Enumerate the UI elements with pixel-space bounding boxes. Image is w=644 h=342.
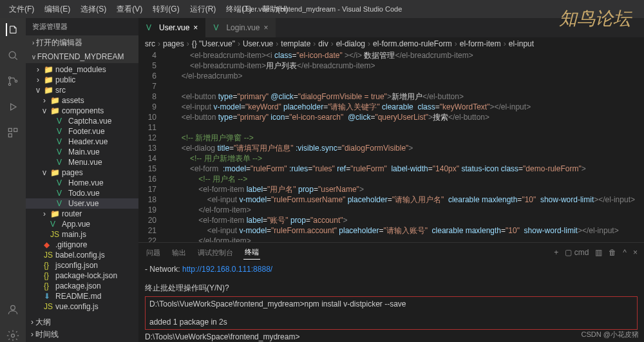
svg-point-0 [9,52,15,58]
bottom-panel: 问题输出调试控制台终端 + ▢ cmd ▥ 🗑 ^ × - Network: h… [138,242,644,342]
breadcrumb-item[interactable]: template [281,39,310,48]
menu-select[interactable]: 选择(S) [77,3,110,16]
panel-tab[interactable]: 终端 [243,245,260,260]
debug-icon[interactable] [6,100,19,113]
tree-item[interactable]: ⬇README.md [26,291,138,301]
svg-rect-6 [8,134,12,137]
tree-item[interactable]: VCaptcha.vue [26,116,138,126]
timeline-section[interactable]: › 时间线 [31,328,133,341]
tree-item[interactable]: VHome.vue [26,178,138,188]
breadcrumb-item[interactable]: el-form-item [460,39,501,48]
breadcrumb[interactable]: src›pages›{} "User.vue"›User.vue›templat… [138,37,644,50]
menu-goto[interactable]: 转到(G) [149,3,183,16]
menu-view[interactable]: 查看(V) [113,3,146,16]
tree-item[interactable]: {}jsconfig.json [26,260,138,271]
svg-point-2 [8,83,10,85]
tree-item[interactable]: {}package.json [26,281,138,291]
window-title: User.vue - frontend_mydream - Visual Stu… [238,4,406,14]
breadcrumb-item[interactable]: src [145,39,155,48]
explorer-icon[interactable] [6,23,19,36]
account-icon[interactable] [6,303,19,316]
terminal-shell[interactable]: ▢ cmd [565,248,589,257]
tree-item[interactable]: {}package-lock.json [26,271,138,281]
sidebar-bottom: › 大纲 › 时间线 [26,315,138,342]
code-editor[interactable]: 4 <el-breadcrumb-item><i class="el-icon-… [138,50,644,242]
tree-item[interactable]: ›📁assets [26,95,138,106]
project-header[interactable]: v FRONTEND_MYDREAM [26,50,138,63]
breadcrumb-item[interactable]: el-dialog [336,39,365,48]
tree-item[interactable]: ›📁public [26,75,138,85]
tree-item[interactable]: v📁components [26,106,138,116]
tree-item[interactable]: VFooter.vue [26,126,138,137]
sidebar-title: 资源管理器 [26,18,138,35]
file-tree: ›📁node_modules›📁publicv📁src›📁assetsv📁com… [26,63,138,313]
close-tab-icon[interactable]: × [193,23,198,32]
panel-tabs: 问题输出调试控制台终端 + ▢ cmd ▥ 🗑 ^ × [138,243,644,262]
highlighted-command: D:\Tools\VueWorkSpace\frontend_mydream>n… [145,296,638,330]
menu-run[interactable]: 运行(R) [186,3,220,16]
breadcrumb-item[interactable]: el-form.demo-ruleForm [373,39,452,48]
split-terminal-icon[interactable]: ▥ [595,248,602,257]
gear-icon[interactable] [6,329,19,342]
tree-item[interactable]: VMain.vue [26,147,138,157]
tree-item[interactable]: ›📁router [26,209,138,219]
sidebar: 资源管理器 › 打开的编辑器 v FRONTEND_MYDREAM ›📁node… [26,18,138,342]
open-editors-header[interactable]: › 打开的编辑器 [26,35,138,50]
editor-tab[interactable]: V User.vue × [138,18,205,37]
tree-item[interactable]: ◆.gitignore [26,240,138,250]
close-panel-icon[interactable]: × [633,248,638,257]
menubar: 文件(F) 编辑(E) 选择(S) 查看(V) 转到(G) 运行(R) 终端(T… [0,0,644,18]
breadcrumb-item[interactable]: pages [163,39,184,48]
kill-terminal-icon[interactable]: 🗑 [609,248,616,257]
tree-item[interactable]: JSbabel.config.js [26,250,138,260]
close-tab-icon[interactable]: × [263,23,268,32]
editor-tab[interactable]: V Login.vue × [205,18,276,37]
breadcrumb-item[interactable]: el-input [509,39,534,48]
outline-section[interactable]: › 大纲 [31,316,133,328]
maximize-panel-icon[interactable]: ^ [623,248,627,257]
panel-tab[interactable]: 调试控制台 [196,246,234,260]
tree-item[interactable]: ›📁node_modules [26,64,138,75]
svg-point-3 [15,80,17,82]
panel-tab[interactable]: 输出 [171,246,187,260]
extensions-icon[interactable] [6,126,19,139]
tree-item[interactable]: VApp.vue [26,219,138,229]
activity-bar [0,18,26,342]
panel-tab[interactable]: 问题 [145,246,162,260]
svg-point-1 [8,77,10,79]
breadcrumb-item[interactable]: div [318,39,328,48]
tree-item[interactable]: JSvue.config.js [26,301,138,312]
svg-rect-5 [14,128,17,131]
editor-tabs: V User.vue ×V Login.vue × [138,18,644,37]
terminal[interactable]: - Network: http://192.168.0.111:8888/ 终止… [138,262,644,342]
tree-item[interactable]: v📁pages [26,167,138,178]
tree-item[interactable]: v📁src [26,85,138,95]
tree-item[interactable]: VUser.vue [26,198,138,209]
credit: CSDN @小花皮猪 [582,330,639,339]
tree-item[interactable]: VHeader.vue [26,137,138,147]
editor-area: V User.vue ×V Login.vue × src›pages›{} "… [138,18,644,342]
tree-item[interactable]: VTodo.vue [26,188,138,198]
menu-file[interactable]: 文件(F) [5,3,38,16]
breadcrumb-item[interactable]: User.vue [243,39,273,48]
breadcrumb-item[interactable]: {} "User.vue" [192,39,235,48]
tree-item[interactable]: JSmain.js [26,229,138,240]
svg-rect-4 [8,128,12,131]
svg-point-8 [12,334,15,337]
new-terminal-icon[interactable]: + [554,248,558,257]
svg-point-7 [11,305,15,310]
menu-edit[interactable]: 编辑(E) [41,3,74,16]
tree-item[interactable]: VMenu.vue [26,157,138,167]
search-icon[interactable] [6,49,19,62]
scm-icon[interactable] [6,75,19,88]
